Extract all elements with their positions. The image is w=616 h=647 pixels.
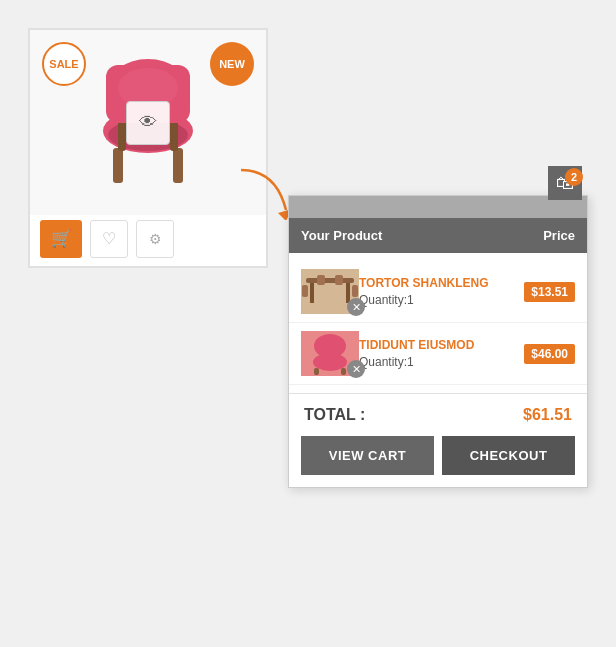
svg-rect-4 (173, 148, 183, 183)
cart-item-name: TIDIDUNT EIUSMOD (359, 338, 516, 352)
product-image-area: SALE NEW 👁 (30, 30, 266, 215)
svg-point-18 (313, 353, 347, 371)
svg-rect-15 (317, 275, 325, 285)
checkout-button[interactable]: CHECKOUT (442, 436, 575, 475)
remove-item-button[interactable]: ✕ (347, 298, 365, 316)
eye-icon: 👁 (139, 112, 157, 133)
cart-item-price: $13.51 (524, 282, 575, 302)
cart-item: TORTOR SHANKLENG Quantity:1 $13.51 ✕ (289, 261, 587, 323)
svg-rect-14 (352, 285, 358, 297)
cart-product-col-label: Your Product (301, 228, 382, 243)
svg-rect-3 (113, 148, 123, 183)
cart-item-qty: Quantity:1 (359, 355, 516, 369)
cart-total-row: TOTAL : $61.51 (289, 393, 587, 436)
product-card: SALE NEW 👁 (28, 28, 268, 268)
cart-items-list: TORTOR SHANKLENG Quantity:1 $13.51 ✕ TID… (289, 253, 587, 393)
compare-button[interactable]: ⚙ (136, 220, 174, 258)
svg-rect-11 (310, 283, 314, 303)
cart-price-col-label: Price (543, 228, 575, 243)
view-cart-button[interactable]: VIEW CART (301, 436, 434, 475)
arrow-indicator (236, 165, 296, 224)
cart-item-info: TIDIDUNT EIUSMOD Quantity:1 (359, 338, 516, 369)
remove-item-button[interactable]: ✕ (347, 360, 365, 378)
cart-item-name: TORTOR SHANKLENG (359, 276, 516, 290)
sale-badge: SALE (42, 42, 86, 86)
cart-item-qty: Quantity:1 (359, 293, 516, 307)
cart-header-bar: 🛍 2 (289, 196, 587, 218)
cart-item-info: TORTOR SHANKLENG Quantity:1 (359, 276, 516, 307)
quick-view-button[interactable]: 👁 (126, 101, 170, 145)
svg-rect-16 (335, 275, 343, 285)
add-to-wishlist-button[interactable]: ♡ (90, 220, 128, 258)
add-to-cart-button[interactable]: 🛒 (40, 220, 82, 258)
svg-rect-19 (314, 368, 319, 375)
cart-item-price: $46.00 (524, 344, 575, 364)
cart-column-header: Your Product Price (289, 218, 587, 253)
cart-item: TIDIDUNT EIUSMOD Quantity:1 $46.00 ✕ (289, 323, 587, 385)
cart-total-amount: $61.51 (523, 406, 572, 424)
cart-dropdown: 🛍 2 Your Product Price (288, 195, 588, 488)
cart-action-buttons: VIEW CART CHECKOUT (289, 436, 587, 487)
svg-rect-13 (302, 285, 308, 297)
svg-rect-20 (341, 368, 346, 375)
svg-rect-10 (306, 278, 354, 283)
cart-total-label: TOTAL : (304, 406, 365, 424)
cart-count-badge: 2 (565, 168, 583, 186)
new-badge: NEW (210, 42, 254, 86)
action-bar: 🛒 ♡ ⚙ (30, 211, 266, 266)
